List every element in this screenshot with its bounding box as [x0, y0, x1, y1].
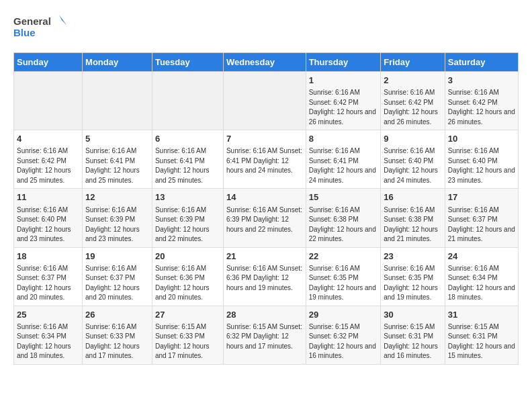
calendar-cell: 8Sunrise: 6:16 AM Sunset: 6:41 PM Daylig…: [306, 130, 381, 189]
day-number: 25: [17, 309, 79, 321]
cell-content: Sunrise: 6:16 AM Sunset: 6:38 PM Dayligh…: [309, 205, 378, 244]
cell-content: Sunrise: 6:15 AM Sunset: 6:31 PM Dayligh…: [384, 322, 442, 361]
day-number: 29: [309, 309, 378, 321]
calendar-cell: 19Sunrise: 6:16 AM Sunset: 6:37 PM Dayli…: [83, 247, 152, 306]
calendar-body: 1Sunrise: 6:16 AM Sunset: 6:42 PM Daylig…: [14, 72, 519, 365]
cell-content: Sunrise: 6:15 AM Sunset: 6:33 PM Dayligh…: [155, 322, 220, 361]
day-number: 26: [85, 309, 149, 321]
cell-content: Sunrise: 6:15 AM Sunset: 6:31 PM Dayligh…: [448, 322, 515, 361]
calendar-cell: 22Sunrise: 6:16 AM Sunset: 6:35 PM Dayli…: [306, 247, 381, 306]
logo: General Blue: [13, 13, 67, 42]
calendar-cell: 31Sunrise: 6:15 AM Sunset: 6:31 PM Dayli…: [445, 306, 518, 364]
calendar-week-row: 18Sunrise: 6:16 AM Sunset: 6:37 PM Dayli…: [14, 247, 519, 306]
calendar-cell: [223, 72, 306, 130]
cell-content: Sunrise: 6:16 AM Sunset: 6:37 PM Dayligh…: [85, 264, 149, 303]
day-number: 14: [226, 191, 303, 203]
day-number: 3: [448, 75, 515, 87]
day-number: 13: [155, 191, 220, 203]
cell-content: Sunrise: 6:16 AM Sunset: 6:40 PM Dayligh…: [448, 146, 515, 185]
cell-content: Sunrise: 6:16 AM Sunset: 6:41 PM Dayligh…: [85, 146, 149, 185]
svg-text:Blue: Blue: [13, 27, 36, 38]
day-number: 15: [309, 191, 378, 203]
calendar-cell: 7Sunrise: 6:16 AM Sunset: 6:41 PM Daylig…: [223, 130, 306, 189]
calendar-cell: 10Sunrise: 6:16 AM Sunset: 6:40 PM Dayli…: [445, 130, 518, 189]
calendar-header-row: SundayMondayTuesdayWednesdayThursdayFrid…: [14, 53, 519, 72]
calendar-cell: 17Sunrise: 6:16 AM Sunset: 6:37 PM Dayli…: [445, 189, 518, 247]
cell-content: Sunrise: 6:16 AM Sunset: 6:37 PM Dayligh…: [17, 264, 79, 303]
header-cell-wednesday: Wednesday: [223, 53, 306, 72]
cell-content: Sunrise: 6:16 AM Sunset: 6:38 PM Dayligh…: [384, 205, 442, 244]
cell-content: Sunrise: 6:16 AM Sunset: 6:33 PM Dayligh…: [85, 322, 149, 361]
day-number: 21: [226, 250, 303, 263]
cell-content: Sunrise: 6:16 AM Sunset: 6:42 PM Dayligh…: [17, 146, 79, 185]
calendar-week-row: 11Sunrise: 6:16 AM Sunset: 6:40 PM Dayli…: [14, 189, 519, 247]
cell-content: Sunrise: 6:16 AM Sunset: 6:39 PM Dayligh…: [155, 205, 220, 244]
header-cell-sunday: Sunday: [14, 53, 83, 72]
calendar-cell: 3Sunrise: 6:16 AM Sunset: 6:42 PM Daylig…: [445, 72, 518, 130]
calendar-cell: 26Sunrise: 6:16 AM Sunset: 6:33 PM Dayli…: [83, 306, 152, 364]
day-number: 10: [448, 133, 515, 145]
day-number: 18: [17, 250, 79, 263]
day-number: 27: [155, 309, 220, 321]
cell-content: Sunrise: 6:16 AM Sunset: 6:42 PM Dayligh…: [309, 88, 378, 127]
day-number: 20: [155, 250, 220, 263]
cell-content: Sunrise: 6:16 AM Sunset: 6:34 PM Dayligh…: [17, 322, 79, 361]
cell-content: Sunrise: 6:16 AM Sunset: 6:34 PM Dayligh…: [448, 264, 515, 303]
day-number: 5: [85, 133, 149, 145]
cell-content: Sunrise: 6:16 AM Sunset: 6:41 PM Dayligh…: [309, 146, 378, 185]
calendar-cell: 24Sunrise: 6:16 AM Sunset: 6:34 PM Dayli…: [445, 247, 518, 306]
calendar-cell: 28Sunrise: 6:15 AM Sunset: 6:32 PM Dayli…: [223, 306, 306, 364]
calendar-cell: 1Sunrise: 6:16 AM Sunset: 6:42 PM Daylig…: [306, 72, 381, 130]
day-number: 23: [384, 250, 442, 263]
header-cell-monday: Monday: [83, 53, 152, 72]
calendar-week-row: 25Sunrise: 6:16 AM Sunset: 6:34 PM Dayli…: [14, 306, 519, 364]
calendar-cell: 21Sunrise: 6:16 AM Sunset: 6:36 PM Dayli…: [223, 247, 306, 306]
day-number: 17: [448, 191, 515, 203]
day-number: 30: [384, 309, 442, 321]
cell-content: Sunrise: 6:16 AM Sunset: 6:42 PM Dayligh…: [448, 88, 515, 127]
calendar-table: SundayMondayTuesdayWednesdayThursdayFrid…: [13, 52, 519, 365]
day-number: 11: [17, 191, 79, 203]
day-number: 28: [226, 309, 303, 321]
calendar-cell: [14, 72, 83, 130]
day-number: 12: [85, 191, 149, 203]
day-number: 22: [309, 250, 378, 263]
calendar-cell: 27Sunrise: 6:15 AM Sunset: 6:33 PM Dayli…: [152, 306, 223, 364]
calendar-cell: 20Sunrise: 6:16 AM Sunset: 6:36 PM Dayli…: [152, 247, 223, 306]
day-number: 9: [384, 133, 442, 145]
day-number: 19: [85, 250, 149, 263]
calendar-cell: 16Sunrise: 6:16 AM Sunset: 6:38 PM Dayli…: [381, 189, 445, 247]
svg-marker-2: [59, 15, 66, 24]
calendar-cell: 6Sunrise: 6:16 AM Sunset: 6:41 PM Daylig…: [152, 130, 223, 189]
calendar-cell: [83, 72, 152, 130]
svg-text:General: General: [13, 15, 51, 27]
day-number: 7: [226, 133, 303, 145]
cell-content: Sunrise: 6:16 AM Sunset: 6:35 PM Dayligh…: [309, 264, 378, 303]
cell-content: Sunrise: 6:16 AM Sunset: 6:39 PM Dayligh…: [85, 205, 149, 244]
calendar-cell: 9Sunrise: 6:16 AM Sunset: 6:40 PM Daylig…: [381, 130, 445, 189]
header-cell-friday: Friday: [381, 53, 445, 72]
page-header: General Blue: [13, 13, 519, 42]
day-number: 31: [448, 309, 515, 321]
cell-content: Sunrise: 6:16 AM Sunset: 6:42 PM Dayligh…: [384, 88, 442, 127]
day-number: 1: [309, 75, 378, 87]
cell-content: Sunrise: 6:16 AM Sunset: 6:41 PM Dayligh…: [226, 146, 303, 176]
calendar-cell: 2Sunrise: 6:16 AM Sunset: 6:42 PM Daylig…: [381, 72, 445, 130]
calendar-cell: 23Sunrise: 6:16 AM Sunset: 6:35 PM Dayli…: [381, 247, 445, 306]
cell-content: Sunrise: 6:16 AM Sunset: 6:37 PM Dayligh…: [448, 205, 515, 244]
header-cell-tuesday: Tuesday: [152, 53, 223, 72]
calendar-cell: 29Sunrise: 6:15 AM Sunset: 6:32 PM Dayli…: [306, 306, 381, 364]
cell-content: Sunrise: 6:16 AM Sunset: 6:36 PM Dayligh…: [226, 264, 303, 293]
calendar-cell: 14Sunrise: 6:16 AM Sunset: 6:39 PM Dayli…: [223, 189, 306, 247]
cell-content: Sunrise: 6:16 AM Sunset: 6:39 PM Dayligh…: [226, 205, 303, 235]
calendar-cell: 15Sunrise: 6:16 AM Sunset: 6:38 PM Dayli…: [306, 189, 381, 247]
calendar-cell: 5Sunrise: 6:16 AM Sunset: 6:41 PM Daylig…: [83, 130, 152, 189]
header-cell-saturday: Saturday: [445, 53, 518, 72]
cell-content: Sunrise: 6:16 AM Sunset: 6:41 PM Dayligh…: [155, 146, 220, 185]
day-number: 4: [17, 133, 79, 145]
calendar-cell: 25Sunrise: 6:16 AM Sunset: 6:34 PM Dayli…: [14, 306, 83, 364]
cell-content: Sunrise: 6:16 AM Sunset: 6:40 PM Dayligh…: [384, 146, 442, 185]
cell-content: Sunrise: 6:15 AM Sunset: 6:32 PM Dayligh…: [309, 322, 378, 361]
calendar-cell: 30Sunrise: 6:15 AM Sunset: 6:31 PM Dayli…: [381, 306, 445, 364]
day-number: 24: [448, 250, 515, 263]
